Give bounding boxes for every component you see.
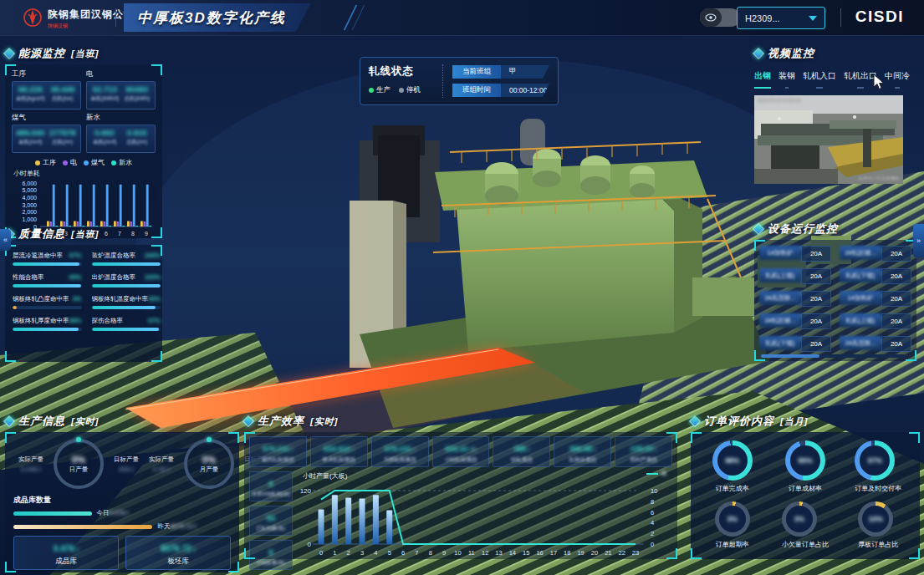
energy-group-name: 工序 (12, 69, 81, 79)
device-value: 20A (801, 268, 831, 284)
top-header: 陕钢集团汉钢公司 陕钢汉钢 中厚板3D数字化产线 H2309... CISDI (0, 0, 924, 36)
svg-text:4,000: 4,000 (22, 195, 37, 201)
side-card-label: 计划余量(块) (250, 559, 292, 567)
device-row[interactable]: 2#轧区辅... 20A (759, 313, 831, 329)
svg-text:5: 5 (388, 549, 391, 557)
efficiency-title-tag: [实时] (310, 415, 338, 428)
camera-tab-中间冷[interactable]: 中间冷 (885, 70, 910, 89)
quality-title-tag: [当班] (71, 228, 99, 241)
inventory-bar-row: 今日0.476 t (13, 509, 231, 517)
efficiency-card-value: 579.231 t (263, 445, 294, 453)
quality-label: 探伤合格率 (92, 317, 124, 325)
quality-progress-track (92, 306, 161, 309)
side-card-value: 8 (268, 480, 273, 488)
donut-label: 厚板订单占比 (858, 540, 898, 549)
device-scrollbar[interactable] (761, 354, 905, 358)
line-status-legend-item: 停机 (399, 85, 421, 95)
diamond-icon (689, 415, 701, 427)
svg-text:3,000: 3,000 (22, 202, 37, 208)
efficiency-card-value: 388 t (513, 445, 529, 453)
quality-value: 100% (145, 252, 161, 259)
status-row-value: 甲 (501, 65, 549, 79)
donut-label: 订单及时交付率 (855, 484, 901, 493)
cisdi-logo: CISDI (855, 8, 904, 26)
donut-percent: 98% (725, 456, 739, 465)
device-row[interactable]: 轧机(上辊) 20A (759, 268, 831, 284)
camera-name-overlay: 轧线出口全景摄像机 (859, 176, 901, 181)
energy-metric: 68.226 单耗(kgce/t) (14, 84, 47, 106)
device-scrollbar-thumb[interactable] (761, 354, 819, 358)
legend-item: 新水 (111, 158, 132, 167)
quality-label: 钢板终轧温度命中率 (92, 295, 149, 303)
page-title: 中厚板3D数字化产线 (124, 3, 311, 32)
production-gauges: 实际产量0.045 t 0% 日产量 目标产量900 t 实际产量0.32 t … (13, 439, 231, 489)
energy-metric-value: 68.226 (14, 84, 47, 94)
energy-metric: 80483 总耗(kWh) (121, 84, 154, 106)
device-name: 2#高压除... (759, 291, 801, 305)
camera-tab-轧机出口[interactable]: 轧机出口 (844, 70, 877, 89)
device-name: 1#加热炉 (840, 291, 881, 305)
side-card-label: 当班计划轧制(块) (250, 491, 292, 498)
device-row[interactable]: 2#轧区辅... 20A (840, 246, 911, 262)
efficiency-title-text: 生产效率 (258, 414, 304, 429)
device-row[interactable]: 轧机(下辊) 20A (759, 336, 831, 352)
energy-metric-value: 0.915 (121, 128, 154, 137)
visibility-toggle[interactable] (700, 8, 740, 27)
svg-text:22: 22 (618, 549, 625, 557)
diamond-icon (3, 48, 15, 59)
device-row[interactable]: 2#高压除... 20A (759, 291, 831, 307)
devices-panel-title: 设备运行监控 (754, 222, 916, 236)
gauge-dot-icon (76, 437, 81, 442)
device-list: 1#加热炉 20A 2#轧区辅... 20A 轧机(上辊) 20A 轧机(下辊)… (759, 246, 911, 352)
camera-timestamp: 2023-09-10 12:00:18 (758, 98, 800, 103)
order-donut-cell: 10% 厚板订单占比 (858, 501, 898, 549)
device-row[interactable]: 轧机(上辊) 20A (840, 313, 911, 329)
svg-text:0: 0 (308, 541, 312, 548)
collapse-right-tab[interactable]: » (913, 224, 924, 257)
production-title-tag: [实时] (71, 415, 99, 428)
device-name: 轧机(上辊) (840, 313, 881, 328)
device-row[interactable]: 1#加热炉 20A (759, 246, 831, 262)
quality-value: 97% (69, 252, 82, 259)
energy-group: 电 52.713 单耗(kWh/t) 80483 总耗(kWh) (86, 69, 156, 109)
camera-tab-轧机入口[interactable]: 轧机入口 (803, 70, 836, 89)
device-row[interactable]: 轧机(下辊) 20A (840, 268, 911, 284)
efficiency-card: 398.88 t 轧制余量(t) (554, 436, 611, 467)
device-value: 20A (881, 246, 911, 262)
diamond-icon (753, 223, 764, 235)
efficiency-card-label: 实时产量(t) (615, 456, 671, 464)
order-donut-cell: 98% 订单完成率 (712, 440, 753, 493)
energy-metric-unit: 总耗(m³) (121, 139, 154, 146)
camera-tab-出钢[interactable]: 出钢 (754, 70, 771, 89)
efficiency-card-label: 待轧量(t) (493, 456, 549, 464)
hourly-output-chart: 120 0 0123456789101112131415161718192021… (298, 481, 672, 567)
svg-text:4: 4 (651, 519, 654, 527)
efficiency-card: 634.611 t 昨天轧制量(t) (310, 436, 368, 467)
svg-text:7: 7 (415, 549, 418, 557)
device-row[interactable]: 1#加热炉 20A (840, 291, 911, 307)
order-donut: 10% (858, 501, 893, 537)
order-donut: 3% (782, 501, 817, 537)
line-status-row: 当前班组甲 (452, 65, 549, 79)
efficiency-card: 108.00 t 实时产量(t) (615, 436, 672, 467)
efficiency-card-value: 634.41 t/h (445, 445, 476, 453)
energy-metric-unit: 总耗(m³) (47, 139, 79, 146)
svg-text:8: 8 (429, 549, 432, 557)
efficiency-panel: 生产效率 [实时] 579.231 t 前天轧制量(t) 634.611 t 昨… (244, 415, 677, 559)
energy-group-name: 新水 (86, 113, 156, 123)
svg-text:8: 8 (651, 498, 654, 506)
device-row[interactable]: 2#高压除... 20A (840, 336, 911, 352)
svg-text:23: 23 (632, 549, 639, 557)
quality-progress-track (92, 284, 161, 288)
legend-item: 电 (63, 158, 77, 167)
quality-value: 97% (148, 317, 161, 324)
energy-group-box: 0.652 单耗(m³/t) 0.915 总耗(m³) (86, 125, 156, 153)
collapse-left-tab[interactable]: « (0, 229, 11, 251)
device-name: 轧机(下辊) (759, 336, 801, 350)
camera-feed[interactable]: 2023-09-10 12:00:18 轧线出口全景摄像机 (754, 95, 903, 184)
shift-select-dropdown[interactable]: H2309... (737, 7, 825, 29)
camera-tab-装钢[interactable]: 装钢 (779, 70, 795, 89)
orders-title-text: 订单评价内容 (704, 414, 774, 429)
legend-line-swatch (646, 473, 658, 475)
energy-group: 新水 0.652 单耗(m³/t) 0.915 总耗(m³) (86, 113, 156, 153)
